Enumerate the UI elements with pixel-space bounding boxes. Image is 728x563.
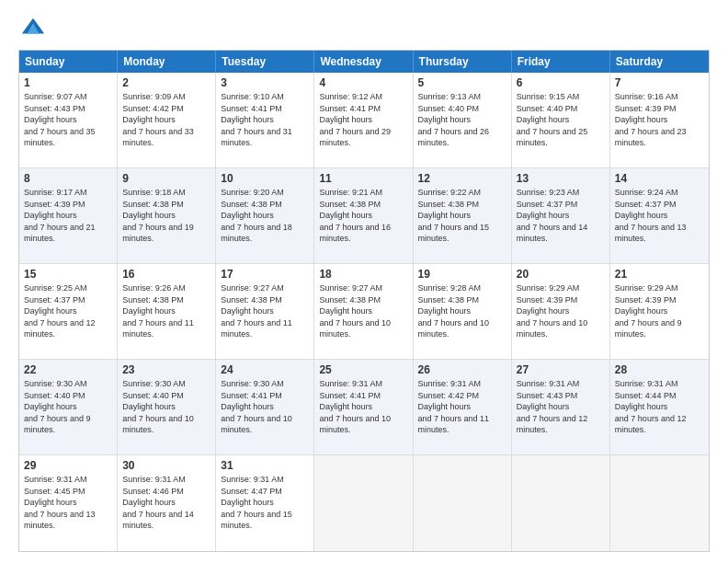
- cell-info: Sunrise: 9:23 AMSunset: 4:37 PMDaylight …: [517, 188, 588, 243]
- day-cell-20: 20 Sunrise: 9:29 AMSunset: 4:39 PMDaylig…: [512, 264, 610, 359]
- logo-text: [18, 15, 46, 40]
- day-number: 13: [517, 172, 605, 185]
- day-number: 19: [418, 268, 506, 281]
- cell-info: Sunrise: 9:29 AMSunset: 4:39 PMDaylight …: [517, 283, 588, 339]
- day-number: 29: [24, 459, 112, 472]
- header: [18, 15, 710, 40]
- day-number: 4: [319, 76, 407, 89]
- day-number: 31: [221, 459, 309, 472]
- day-number: 30: [122, 459, 210, 472]
- day-number: 15: [24, 268, 112, 281]
- day-cell-19: 19 Sunrise: 9:28 AMSunset: 4:38 PMDaylig…: [414, 264, 512, 359]
- day-number: 24: [221, 363, 309, 376]
- day-number: 25: [319, 363, 407, 376]
- cell-info: Sunrise: 9:21 AMSunset: 4:38 PMDaylight …: [319, 188, 391, 243]
- empty-cell: [414, 455, 512, 551]
- day-cell-21: 21 Sunrise: 9:29 AMSunset: 4:39 PMDaylig…: [610, 264, 709, 359]
- day-number: 26: [418, 363, 506, 376]
- day-cell-27: 27 Sunrise: 9:31 AMSunset: 4:43 PMDaylig…: [512, 360, 610, 454]
- calendar: SundayMondayTuesdayWednesdayThursdayFrid…: [18, 50, 710, 552]
- cell-info: Sunrise: 9:31 AMSunset: 4:46 PMDaylight …: [122, 475, 194, 530]
- calendar-row-3: 15 Sunrise: 9:25 AMSunset: 4:37 PMDaylig…: [19, 264, 709, 360]
- cell-info: Sunrise: 9:13 AMSunset: 4:40 PMDaylight …: [418, 92, 490, 147]
- cell-info: Sunrise: 9:31 AMSunset: 4:47 PMDaylight …: [221, 475, 292, 530]
- cell-info: Sunrise: 9:27 AMSunset: 4:38 PMDaylight …: [221, 283, 292, 339]
- day-cell-4: 4 Sunrise: 9:12 AMSunset: 4:41 PMDayligh…: [314, 73, 413, 167]
- day-number: 27: [517, 363, 605, 376]
- cell-info: Sunrise: 9:29 AMSunset: 4:39 PMDaylight …: [615, 283, 682, 339]
- cell-info: Sunrise: 9:30 AMSunset: 4:40 PMDaylight …: [122, 379, 194, 434]
- day-cell-3: 3 Sunrise: 9:10 AMSunset: 4:41 PMDayligh…: [216, 73, 314, 167]
- day-cell-2: 2 Sunrise: 9:09 AMSunset: 4:42 PMDayligh…: [118, 73, 216, 167]
- day-cell-14: 14 Sunrise: 9:24 AMSunset: 4:37 PMDaylig…: [610, 168, 709, 263]
- cell-info: Sunrise: 9:31 AMSunset: 4:43 PMDaylight …: [517, 379, 588, 434]
- day-cell-15: 15 Sunrise: 9:25 AMSunset: 4:37 PMDaylig…: [19, 264, 118, 359]
- cell-info: Sunrise: 9:28 AMSunset: 4:38 PMDaylight …: [418, 283, 490, 339]
- day-cell-22: 22 Sunrise: 9:30 AMSunset: 4:40 PMDaylig…: [19, 360, 118, 454]
- day-number: 8: [24, 172, 112, 185]
- cell-info: Sunrise: 9:31 AMSunset: 4:41 PMDaylight …: [319, 379, 391, 434]
- cell-info: Sunrise: 9:09 AMSunset: 4:42 PMDaylight …: [122, 92, 194, 147]
- day-cell-6: 6 Sunrise: 9:15 AMSunset: 4:40 PMDayligh…: [512, 73, 610, 167]
- day-number: 16: [122, 268, 210, 281]
- day-cell-9: 9 Sunrise: 9:18 AMSunset: 4:38 PMDayligh…: [118, 168, 216, 263]
- cell-info: Sunrise: 9:31 AMSunset: 4:44 PMDaylight …: [615, 379, 687, 434]
- day-number: 2: [122, 76, 210, 89]
- cell-info: Sunrise: 9:07 AMSunset: 4:43 PMDaylight …: [24, 92, 96, 147]
- empty-cell: [314, 455, 413, 551]
- cell-info: Sunrise: 9:10 AMSunset: 4:41 PMDaylight …: [221, 92, 292, 147]
- logo-icon: [20, 15, 46, 40]
- day-header-friday: Friday: [512, 51, 610, 73]
- day-cell-31: 31 Sunrise: 9:31 AMSunset: 4:47 PMDaylig…: [216, 455, 314, 551]
- cell-info: Sunrise: 9:26 AMSunset: 4:38 PMDaylight …: [122, 283, 194, 339]
- day-cell-30: 30 Sunrise: 9:31 AMSunset: 4:46 PMDaylig…: [118, 455, 216, 551]
- day-cell-18: 18 Sunrise: 9:27 AMSunset: 4:38 PMDaylig…: [314, 264, 413, 359]
- day-cell-8: 8 Sunrise: 9:17 AMSunset: 4:39 PMDayligh…: [19, 168, 118, 263]
- day-number: 1: [24, 76, 112, 89]
- cell-info: Sunrise: 9:15 AMSunset: 4:40 PMDaylight …: [517, 92, 588, 147]
- day-number: 14: [615, 172, 704, 185]
- day-header-monday: Monday: [118, 51, 216, 73]
- day-number: 3: [221, 76, 309, 89]
- day-cell-16: 16 Sunrise: 9:26 AMSunset: 4:38 PMDaylig…: [118, 264, 216, 359]
- day-cell-12: 12 Sunrise: 9:22 AMSunset: 4:38 PMDaylig…: [414, 168, 512, 263]
- cell-info: Sunrise: 9:27 AMSunset: 4:38 PMDaylight …: [319, 283, 391, 339]
- calendar-row-2: 8 Sunrise: 9:17 AMSunset: 4:39 PMDayligh…: [19, 168, 709, 264]
- cell-info: Sunrise: 9:31 AMSunset: 4:42 PMDaylight …: [418, 379, 490, 434]
- day-number: 9: [122, 172, 210, 185]
- day-cell-1: 1 Sunrise: 9:07 AMSunset: 4:43 PMDayligh…: [19, 73, 118, 167]
- day-header-saturday: Saturday: [610, 51, 709, 73]
- day-number: 20: [517, 268, 605, 281]
- day-header-tuesday: Tuesday: [216, 51, 314, 73]
- day-number: 11: [319, 172, 407, 185]
- day-header-sunday: Sunday: [19, 51, 118, 73]
- logo: [18, 15, 46, 40]
- day-cell-23: 23 Sunrise: 9:30 AMSunset: 4:40 PMDaylig…: [118, 360, 216, 454]
- day-cell-10: 10 Sunrise: 9:20 AMSunset: 4:38 PMDaylig…: [216, 168, 314, 263]
- day-number: 12: [418, 172, 506, 185]
- day-number: 5: [418, 76, 506, 89]
- day-number: 22: [24, 363, 112, 376]
- day-number: 17: [221, 268, 309, 281]
- day-number: 10: [221, 172, 309, 185]
- cell-info: Sunrise: 9:20 AMSunset: 4:38 PMDaylight …: [221, 188, 292, 243]
- calendar-header: SundayMondayTuesdayWednesdayThursdayFrid…: [19, 51, 709, 73]
- cell-info: Sunrise: 9:18 AMSunset: 4:38 PMDaylight …: [122, 188, 194, 243]
- cell-info: Sunrise: 9:31 AMSunset: 4:45 PMDaylight …: [24, 475, 96, 530]
- day-cell-29: 29 Sunrise: 9:31 AMSunset: 4:45 PMDaylig…: [19, 455, 118, 551]
- day-cell-26: 26 Sunrise: 9:31 AMSunset: 4:42 PMDaylig…: [414, 360, 512, 454]
- cell-info: Sunrise: 9:25 AMSunset: 4:37 PMDaylight …: [24, 283, 96, 339]
- day-number: 21: [615, 268, 704, 281]
- day-header-wednesday: Wednesday: [314, 51, 413, 73]
- calendar-body: 1 Sunrise: 9:07 AMSunset: 4:43 PMDayligh…: [19, 73, 709, 551]
- calendar-row-4: 22 Sunrise: 9:30 AMSunset: 4:40 PMDaylig…: [19, 360, 709, 455]
- cell-info: Sunrise: 9:30 AMSunset: 4:41 PMDaylight …: [221, 379, 292, 434]
- day-cell-25: 25 Sunrise: 9:31 AMSunset: 4:41 PMDaylig…: [314, 360, 413, 454]
- day-number: 7: [615, 76, 704, 89]
- day-number: 18: [319, 268, 407, 281]
- day-cell-11: 11 Sunrise: 9:21 AMSunset: 4:38 PMDaylig…: [314, 168, 413, 263]
- cell-info: Sunrise: 9:17 AMSunset: 4:39 PMDaylight …: [24, 188, 96, 243]
- day-number: 6: [517, 76, 605, 89]
- day-cell-28: 28 Sunrise: 9:31 AMSunset: 4:44 PMDaylig…: [610, 360, 709, 454]
- cell-info: Sunrise: 9:30 AMSunset: 4:40 PMDaylight …: [24, 379, 91, 434]
